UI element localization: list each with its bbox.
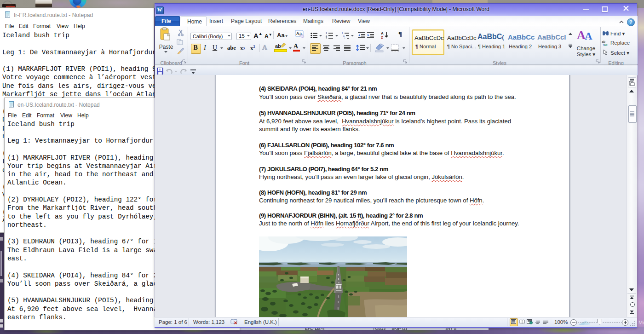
svg-text:A: A: [296, 31, 299, 36]
svg-text:i: i: [345, 37, 345, 39]
svg-text:3: 3: [326, 37, 327, 39]
svg-text:Z: Z: [381, 35, 383, 39]
svg-text:A: A: [381, 31, 384, 35]
svg-text:ac: ac: [604, 43, 608, 46]
